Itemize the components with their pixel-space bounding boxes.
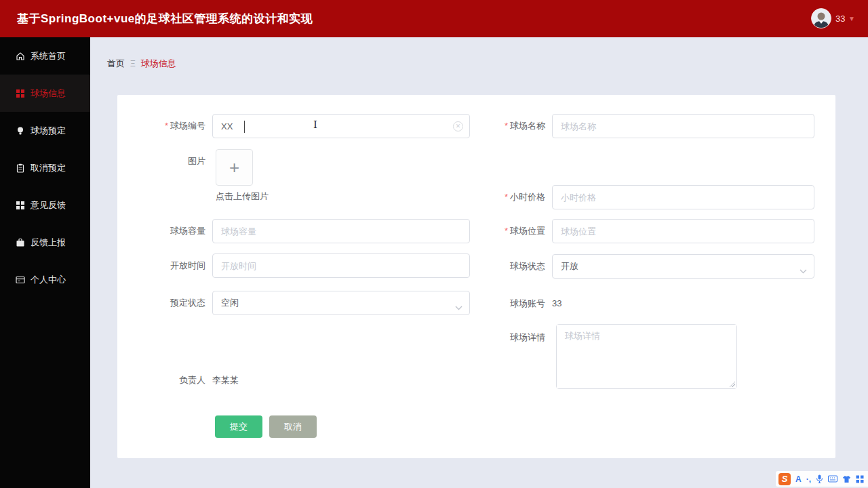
field-name-label: *球场名称 <box>457 114 552 138</box>
keyboard-icon[interactable] <box>828 475 837 483</box>
sidebar-item-label: 意见反馈 <box>31 199 66 211</box>
field-name-input[interactable] <box>553 115 814 138</box>
plus-icon: + <box>229 159 239 176</box>
chevron-down-icon[interactable] <box>800 264 807 277</box>
field-status-select[interactable] <box>552 254 814 279</box>
top-header-bar: 基于SpringBoot+vue的足球社区管理系统的设计和实现 33 ▼ <box>0 0 868 37</box>
clipboard-icon <box>16 163 25 173</box>
microphone-icon[interactable] <box>816 474 823 483</box>
reserve-status-value[interactable] <box>213 291 469 314</box>
capacity-input-wrap <box>212 219 470 243</box>
field-no-label: *球场编号 <box>117 114 212 138</box>
avatar-photo-icon <box>812 9 831 28</box>
field-name-input-wrap <box>552 114 814 138</box>
sidebar-item-personal-center[interactable]: 个人中心 <box>0 261 90 298</box>
reserve-status-select[interactable] <box>212 291 470 315</box>
sidebar-item-label: 系统首页 <box>31 50 66 62</box>
sidebar-item-label: 球场信息 <box>31 87 66 100</box>
account-label: 球场账号 <box>457 291 552 316</box>
sidebar-item-system-home[interactable]: 系统首页 <box>0 37 90 75</box>
sidebar-item-cancel-booking[interactable]: 取消预定 <box>0 149 90 186</box>
sidebar-item-label: 球场预定 <box>31 125 66 137</box>
capacity-label: 球场容量 <box>117 219 212 243</box>
open-time-input-wrap <box>212 253 470 278</box>
sidebar-nav: 系统首页 球场信息 球场预定 取消预定 意见反馈 <box>0 37 90 488</box>
user-dropdown-caret-icon[interactable]: ▼ <box>848 0 855 37</box>
app-window: 基于SpringBoot+vue的足球社区管理系统的设计和实现 33 ▼ 系统首… <box>0 0 868 488</box>
grid-icon <box>16 89 25 98</box>
home-icon <box>16 52 25 61</box>
sidebar-item-label: 个人中心 <box>31 274 66 286</box>
breadcrumb-home-link[interactable]: 首页 <box>107 58 125 70</box>
toolbox-icon[interactable] <box>856 475 864 483</box>
ime-mode-toggle[interactable]: A <box>795 474 802 484</box>
sidebar-item-field-info[interactable]: 球场信息 <box>0 75 90 112</box>
sidebar-item-label: 取消预定 <box>31 162 66 174</box>
briefcase-icon <box>16 238 25 247</box>
detail-textarea[interactable] <box>557 325 736 388</box>
hour-price-input[interactable] <box>553 186 814 209</box>
page-title: 基于SpringBoot+vue的足球社区管理系统的设计和实现 <box>17 0 313 37</box>
field-no-input[interactable] <box>213 115 469 138</box>
breadcrumb: 首页 Ξ 球场信息 <box>107 58 176 70</box>
open-time-label: 开放时间 <box>117 253 212 278</box>
sidebar-item-feedback[interactable]: 意见反馈 <box>0 186 90 224</box>
open-time-input[interactable] <box>213 254 469 277</box>
field-status-label: 球场状态 <box>457 254 552 279</box>
text-caret <box>244 121 245 133</box>
hour-price-label: *小时价格 <box>457 185 552 209</box>
manager-value: 李某某 <box>212 373 239 387</box>
reserve-status-label: 预定状态 <box>117 291 212 315</box>
manager-label: 负责人 <box>117 373 212 387</box>
detail-textarea-wrap <box>556 324 737 389</box>
username-label[interactable]: 33 <box>835 0 845 37</box>
capacity-input[interactable] <box>213 220 469 243</box>
sogou-logo-icon[interactable]: S <box>778 473 791 485</box>
upload-hint[interactable]: 点击上传图片 <box>216 190 269 203</box>
field-no-input-wrap: ✕ <box>212 114 470 138</box>
location-label: *球场位置 <box>457 219 552 243</box>
image-label: 图片 <box>117 155 212 168</box>
cancel-button[interactable]: 取消 <box>269 415 317 438</box>
apps-icon <box>16 201 25 210</box>
detail-label: 球场详情 <box>457 331 552 344</box>
sidebar-item-field-booking[interactable]: 球场预定 <box>0 112 90 149</box>
breadcrumb-separator-icon: Ξ <box>130 59 136 68</box>
ime-punctuation-icon[interactable]: ·, <box>806 474 811 484</box>
location-input[interactable] <box>553 220 814 243</box>
user-avatar[interactable] <box>811 8 831 28</box>
account-value: 33 <box>552 297 561 310</box>
field-status-value[interactable] <box>553 255 814 278</box>
skin-icon[interactable] <box>842 475 851 483</box>
form-card: *球场编号 ✕ *球场名称 图片 + 点击上传图片 *小时价格 <box>117 95 835 458</box>
breadcrumb-current: 球场信息 <box>141 58 176 70</box>
bulb-icon <box>16 126 25 136</box>
sidebar-item-feedback-report[interactable]: 反馈上报 <box>0 224 90 261</box>
sidebar-item-label: 反馈上报 <box>31 237 66 249</box>
image-upload-box[interactable]: + <box>216 149 253 186</box>
resize-handle[interactable] <box>729 381 735 387</box>
mouse-ibeam-cursor: I <box>313 119 317 131</box>
location-input-wrap <box>552 219 814 243</box>
idcard-icon <box>16 275 25 285</box>
submit-button[interactable]: 提交 <box>215 415 262 438</box>
ime-toolbar: S A ·, <box>776 471 868 487</box>
hour-price-input-wrap <box>552 185 814 209</box>
